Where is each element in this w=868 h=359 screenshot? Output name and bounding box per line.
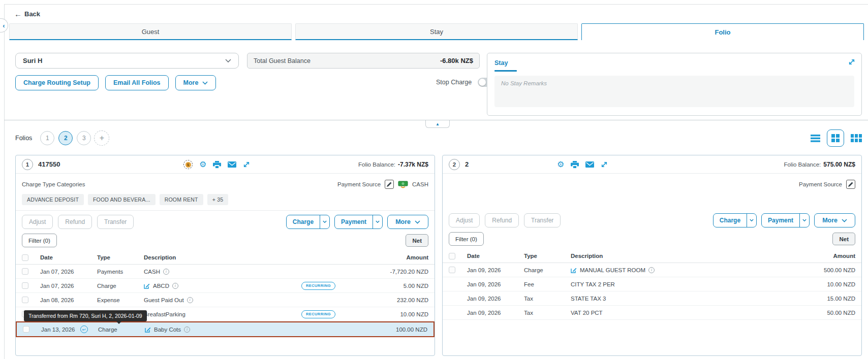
tab-stay[interactable]: Stay (295, 23, 578, 40)
charge-type-tag[interactable]: ADVANCE DEPOSIT (22, 194, 84, 205)
payment-source-label: Payment Source (337, 181, 381, 187)
folio-number-badge: 1 (22, 159, 33, 170)
row-checkbox[interactable] (22, 268, 28, 275)
transferred-icon[interactable]: ↩ (80, 325, 88, 333)
charge-type-tag[interactable]: + 35 (207, 194, 229, 205)
folio-title: 417550 (38, 160, 60, 168)
edit-payment-source-button[interactable] (385, 180, 394, 189)
grid-2-view-icon[interactable] (827, 129, 844, 147)
edit-charge-icon[interactable] (571, 267, 577, 273)
transfer-button[interactable]: Transfer (524, 213, 561, 227)
table-row[interactable]: Jan 13, 2026↩ChargeBaby Cotsi100.00 NZDT… (16, 321, 435, 337)
charge-split-button: Charge (286, 215, 330, 229)
tab-folio[interactable]: Folio (581, 23, 864, 40)
tab-guest[interactable]: Guest (9, 23, 292, 40)
folio-more-button[interactable]: More (387, 215, 428, 229)
expand-stay-panel-icon[interactable] (848, 58, 855, 66)
filter-button[interactable]: Filter (0) (22, 234, 57, 247)
add-folio-button[interactable]: + (94, 130, 109, 146)
column-header-description: Description (144, 254, 301, 260)
row-amount: 5.00 NZD (355, 283, 428, 289)
table-row[interactable]: Jan 09, 2026TaxVAT 20 PCT50.00 NZD (443, 306, 861, 320)
stay-remarks-tab[interactable]: Stay (494, 59, 508, 67)
folio-pill-2[interactable]: 2 (58, 131, 73, 145)
collapse-section-button[interactable]: ▲ (425, 120, 450, 128)
guest-selector[interactable]: Suri H (15, 53, 239, 69)
row-type: Charge (98, 327, 145, 333)
adjust-button[interactable]: Adjust (22, 215, 53, 229)
net-button[interactable]: Net (406, 234, 428, 247)
expand-folio-icon[interactable] (601, 161, 608, 168)
window-frame-left (4, 4, 5, 359)
info-icon[interactable]: i (184, 327, 190, 333)
charge-dropdown-caret[interactable] (320, 215, 329, 229)
refund-button[interactable]: Refund (485, 213, 519, 227)
row-description: VAT 20 PCT (571, 310, 728, 316)
print-folio-icon[interactable] (571, 161, 579, 169)
folio-transactions-table: Date Type Description Amount Jan 09, 202… (443, 249, 861, 320)
auto-charge-routing-icon[interactable]: $ (183, 160, 193, 169)
folio-pill-3[interactable]: 3 (77, 131, 91, 145)
row-type: Fee (524, 281, 571, 287)
payment-button[interactable]: Payment (762, 214, 799, 227)
folio-more-button[interactable]: More (814, 213, 855, 227)
charge-routing-setup-button[interactable]: Charge Routing Setup (15, 75, 99, 90)
row-checkbox[interactable] (23, 326, 29, 333)
info-icon[interactable]: i (187, 297, 193, 303)
charge-button[interactable]: Charge (287, 215, 320, 229)
transfer-button[interactable]: Transfer (97, 215, 134, 229)
table-row[interactable]: Jan 09, 2026TaxSTATE TAX 315.00 NZD (443, 291, 861, 306)
edit-charge-icon[interactable] (144, 283, 150, 289)
print-folio-icon[interactable] (213, 161, 221, 169)
charge-button[interactable]: Charge (714, 214, 747, 227)
folio-pill-1[interactable]: 1 (40, 131, 54, 145)
collapse-panel-left-button[interactable]: ‹ (0, 18, 8, 32)
table-row[interactable]: Jan 07, 2026PaymentsCASHi-7,720.20 NZD (16, 265, 435, 279)
filter-button[interactable]: Filter (0) (449, 232, 484, 246)
charge-type-tags (443, 190, 861, 209)
stay-remarks-box[interactable]: No Stay Remarks (494, 76, 854, 107)
row-checkbox[interactable] (449, 267, 455, 273)
expand-folio-icon[interactable] (243, 161, 250, 168)
select-all-checkbox[interactable] (449, 253, 455, 259)
select-all-checkbox[interactable] (22, 254, 28, 261)
table-row[interactable]: Jan 09, 2026FeeCITY TAX 2 PER10.00 NZD (443, 277, 861, 291)
email-folio-icon[interactable] (228, 161, 236, 168)
cash-icon (398, 181, 408, 188)
table-row[interactable]: Jan 09, 2026ChargeMANUAL GUEST ROOMi500.… (443, 263, 861, 277)
row-date: Jan 09, 2026 (467, 281, 524, 287)
refund-button[interactable]: Refund (58, 215, 92, 229)
payment-button[interactable]: Payment (335, 215, 373, 229)
charge-dropdown-caret[interactable] (747, 214, 756, 227)
grid-3-view-icon[interactable] (851, 134, 862, 142)
net-button[interactable]: Net (832, 233, 855, 245)
info-icon[interactable]: i (648, 267, 655, 273)
info-icon[interactable]: i (172, 283, 178, 289)
row-checkbox[interactable] (22, 297, 28, 303)
email-all-folios-button[interactable]: Email All Folios (105, 75, 169, 90)
list-view-icon[interactable] (811, 135, 820, 142)
back-button[interactable]: ← Back (14, 10, 40, 18)
adjust-button[interactable]: Adjust (449, 213, 480, 227)
row-amount: 100.00 NZD (354, 327, 427, 333)
table-row[interactable]: Jan 08, 2026ExpenseGuest Paid Outi232.00… (16, 293, 435, 307)
row-description: CITY TAX 2 PER (571, 281, 728, 287)
folio-transactions-table: Date Type Description Amount Jan 07, 202… (16, 251, 435, 337)
recurring-badge: RECURRING (301, 282, 335, 290)
folio-settings-icon[interactable]: ⚙ (557, 160, 564, 169)
edit-charge-icon[interactable] (145, 327, 151, 333)
payment-dropdown-caret[interactable] (799, 214, 809, 227)
info-icon[interactable]: i (163, 269, 169, 275)
row-date: Jan 07, 2026 (40, 269, 97, 275)
row-checkbox[interactable] (22, 282, 28, 289)
charge-type-tag[interactable]: ROOM RENT (160, 194, 203, 205)
more-actions-button[interactable]: More (175, 75, 216, 90)
charge-type-tag[interactable]: FOOD AND BEVERA... (88, 194, 156, 205)
column-header-amount: Amount (782, 253, 855, 259)
folio-settings-icon[interactable]: ⚙ (199, 160, 206, 169)
email-folio-icon[interactable] (585, 161, 594, 168)
row-date: Jan 07, 2026 (40, 283, 97, 289)
edit-payment-source-button[interactable] (846, 180, 855, 189)
payment-dropdown-caret[interactable] (373, 215, 382, 229)
table-row[interactable]: Jan 07, 2026ChargeABCDiRECURRING5.00 NZD (16, 279, 435, 293)
